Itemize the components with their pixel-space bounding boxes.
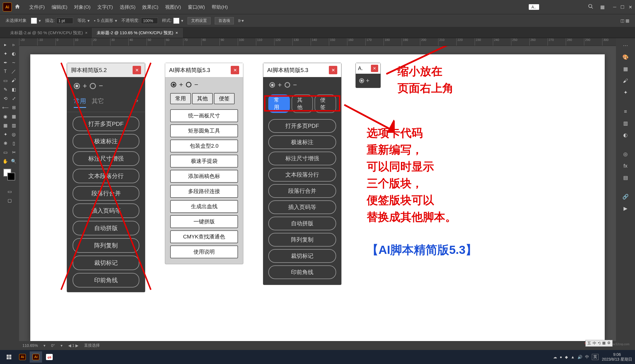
- layers-panel-icon[interactable]: ▤: [620, 173, 631, 183]
- script-button[interactable]: 文本段落分行: [268, 168, 336, 182]
- drawing-mode[interactable]: ▭: [5, 187, 14, 196]
- script-button[interactable]: 段落行合并: [268, 184, 336, 198]
- graph-tool[interactable]: ▯: [10, 139, 18, 147]
- paintbrush-tool[interactable]: 🖌: [10, 76, 18, 85]
- ime-float-bar[interactable]: 五中•)▦⚙: [585, 340, 613, 347]
- menu-window[interactable]: 窗口(W): [188, 4, 205, 10]
- maximize-button[interactable]: ☐: [620, 4, 624, 10]
- menu-effect[interactable]: 效果(C): [142, 4, 158, 10]
- color-swatches[interactable]: [3, 169, 16, 181]
- rectangle-tool[interactable]: ▭: [1, 76, 10, 85]
- close-icon[interactable]: ✕: [371, 65, 378, 72]
- uniform-label[interactable]: 等比: [77, 18, 86, 23]
- tab-notes-button[interactable]: 便签: [214, 93, 235, 104]
- pen-tool[interactable]: ✒: [1, 58, 10, 67]
- shaper-tool[interactable]: ✎: [1, 85, 10, 94]
- close-button[interactable]: ✕: [629, 4, 632, 10]
- eyedropper-tool[interactable]: ✦: [1, 130, 10, 138]
- close-icon[interactable]: ✕: [329, 66, 337, 74]
- script-button[interactable]: 打开多页PDF: [268, 119, 336, 133]
- menu-object[interactable]: 对象(O): [74, 4, 91, 10]
- search-icon[interactable]: [588, 4, 594, 11]
- ime-icon-2[interactable]: 英: [592, 354, 599, 360]
- script-button[interactable]: 矩形圆角工具: [170, 124, 238, 137]
- menu-view[interactable]: 视图(V): [165, 4, 181, 10]
- line-tool[interactable]: ／: [10, 67, 18, 76]
- close-icon[interactable]: ×: [85, 30, 87, 35]
- menu-edit[interactable]: 编辑(E): [52, 4, 68, 10]
- script-button[interactable]: 自动拼版: [268, 217, 336, 230]
- properties-panel-icon[interactable]: ⋯: [620, 40, 631, 50]
- script-button[interactable]: 裁切标记: [268, 249, 336, 263]
- free-transform-tool[interactable]: ⊞: [10, 103, 18, 112]
- pill-tab-notes[interactable]: 便签: [315, 94, 336, 113]
- rotation[interactable]: 0°: [51, 343, 55, 348]
- width-tool[interactable]: ⟵: [1, 103, 10, 112]
- brush-label[interactable]: 5 点圆形: [97, 18, 113, 23]
- pill-tab-other[interactable]: 其他: [292, 94, 313, 113]
- taskbar-clock[interactable]: 9:06 2023/8/13 星期日: [602, 352, 632, 362]
- tray-icon[interactable]: ☁: [553, 355, 557, 359]
- script-button[interactable]: 添加画稿色标: [170, 170, 238, 183]
- screen-mode[interactable]: ▢: [5, 196, 14, 205]
- lasso-tool[interactable]: ◐: [10, 49, 18, 58]
- stroke-weight-input[interactable]: [56, 18, 73, 24]
- script-button[interactable]: 插入页码等: [73, 203, 139, 218]
- tab-common-button[interactable]: 常用: [170, 93, 191, 104]
- close-icon[interactable]: ×: [176, 30, 178, 35]
- volume-icon[interactable]: 🔊: [578, 355, 582, 359]
- curvature-tool[interactable]: ～: [10, 58, 18, 67]
- radio-option[interactable]: [359, 78, 364, 83]
- symbol-sprayer-tool[interactable]: ❋: [1, 139, 10, 147]
- menu-help[interactable]: 帮助(H): [212, 4, 228, 10]
- script-button[interactable]: 标注尺寸增强: [268, 152, 336, 165]
- script-button[interactable]: 印前角线: [268, 265, 336, 279]
- doc-tab-2[interactable]: 未标题-2 @ 110.65 % (CMYK/CPU 预览)×: [92, 28, 183, 38]
- opacity-input[interactable]: [141, 18, 158, 24]
- zoom-level[interactable]: 110.65%: [22, 343, 38, 348]
- script-button[interactable]: 生成出血线: [170, 200, 238, 213]
- script-button[interactable]: 包装盒型2.0: [170, 140, 238, 152]
- script-button[interactable]: 极速标注: [268, 135, 336, 149]
- script-button[interactable]: 裁切标记: [73, 256, 139, 270]
- gradient-tool[interactable]: ▥: [10, 121, 18, 129]
- system-tray[interactable]: ☁ ● ◆ ▲ 🔊 中 英: [553, 354, 599, 360]
- appearance-panel-icon[interactable]: ◎: [620, 149, 631, 159]
- symbols-panel-icon[interactable]: ✦: [620, 87, 631, 98]
- tab-other-button[interactable]: 其他: [192, 93, 213, 104]
- script-button[interactable]: 多段路径连接: [170, 185, 238, 198]
- horizontal-ruler[interactable]: -20-100102030405060708090100110120130140…: [19, 38, 616, 46]
- script-button[interactable]: 阵列复制: [73, 238, 139, 253]
- ime-icon[interactable]: 中: [585, 354, 589, 360]
- play-icon[interactable]: ▶: [620, 203, 631, 214]
- magic-wand-tool[interactable]: ✦: [1, 49, 10, 58]
- stroke-panel-icon[interactable]: ≡: [620, 106, 631, 117]
- slice-tool[interactable]: ✂: [10, 148, 18, 156]
- radio-option-2[interactable]: [186, 82, 191, 87]
- script-button[interactable]: 极速手提袋: [170, 155, 238, 168]
- align-icon[interactable]: ⊪▾: [238, 18, 244, 23]
- script-button[interactable]: 自动拼版: [73, 221, 139, 235]
- canvas[interactable]: 脚本精简版5.2 ✕ + − 常用 其它 » 打开多页PDF极速标注标注尺寸增强…: [19, 46, 616, 350]
- radio-option-1[interactable]: [269, 82, 275, 88]
- doc-tab-1[interactable]: 未标题-2.ai @ 50 % (CMYK/CPU 预览)×: [6, 28, 92, 38]
- home-icon[interactable]: [15, 4, 20, 11]
- close-icon[interactable]: ✕: [231, 66, 239, 74]
- eraser-tool[interactable]: ◧: [10, 85, 18, 94]
- script-button[interactable]: 插入页码等: [268, 200, 336, 214]
- close-icon[interactable]: ✕: [133, 66, 141, 74]
- artboard-nav[interactable]: ◀ 1 ▶: [68, 343, 79, 348]
- arrange-icon[interactable]: ▦: [600, 4, 605, 10]
- taskbar-app-3[interactable]: ᔕ: [43, 351, 56, 363]
- panel-toggle-icon[interactable]: ◫ ▦: [620, 18, 629, 23]
- tray-icon[interactable]: ●: [560, 355, 562, 359]
- menu-select[interactable]: 选择(S): [120, 4, 136, 10]
- radio-option-2[interactable]: [90, 83, 96, 89]
- taskbar-ai-2[interactable]: Ai: [30, 351, 42, 363]
- script-button[interactable]: 印前角线: [73, 273, 139, 288]
- taskbar-ai-1[interactable]: Ai: [16, 351, 29, 363]
- style-swatch[interactable]: [173, 18, 179, 24]
- scale-tool[interactable]: ⤢: [10, 94, 18, 103]
- radio-option-1[interactable]: [74, 83, 80, 89]
- tab-common[interactable]: 常用: [74, 97, 86, 108]
